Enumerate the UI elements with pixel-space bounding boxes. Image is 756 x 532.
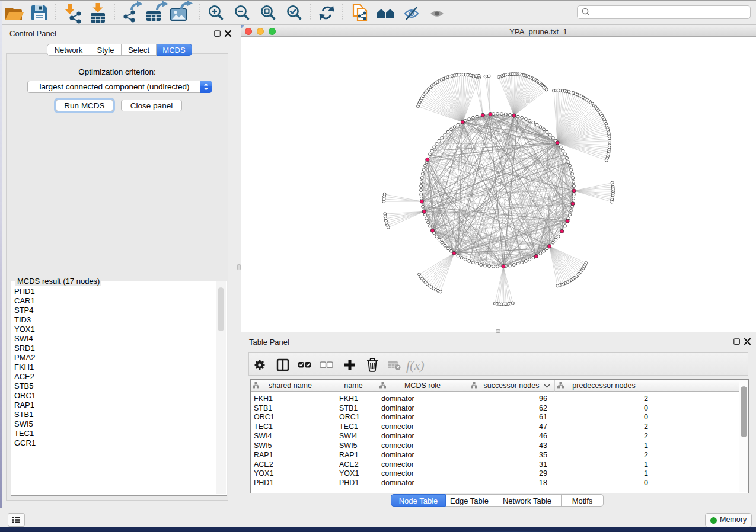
svg-text:f(x): f(x): [406, 358, 425, 373]
